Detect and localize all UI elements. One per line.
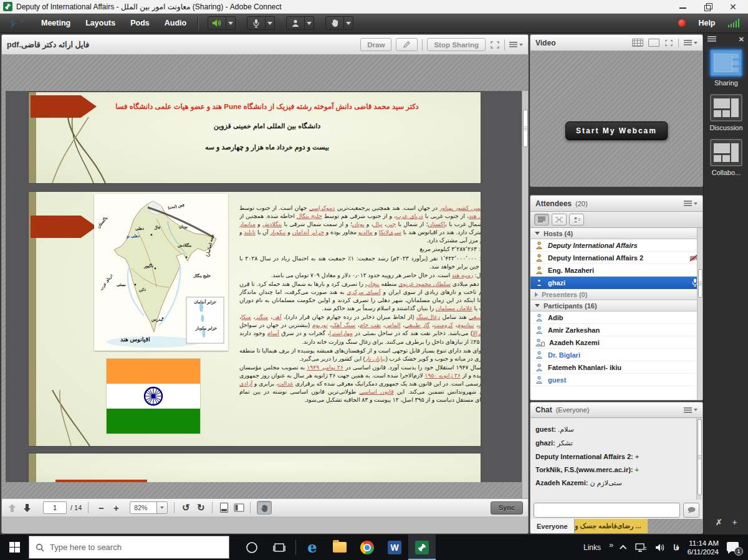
previous-page-button[interactable] (4, 501, 19, 515)
chat-send-button[interactable] (683, 503, 699, 518)
slide-1: دکتر سید محمد قاضی دانش آموخته رشته فیزی… (29, 92, 481, 183)
microphone-button[interactable] (247, 16, 266, 30)
chat-message-input[interactable] (534, 503, 680, 518)
pencil-icon (403, 40, 411, 49)
chrome-taskbar-button[interactable] (353, 534, 381, 560)
raise-hand-dropdown[interactable] (344, 16, 353, 30)
microphone-dropdown[interactable] (266, 16, 275, 30)
chat-scrollbar[interactable] (696, 418, 702, 500)
start-button[interactable] (0, 534, 29, 560)
attendees-pod-menu-button[interactable] (684, 201, 698, 206)
chat-scrollbar-thumb[interactable] (698, 419, 702, 495)
links-overflow-icon[interactable]: » (609, 540, 613, 549)
video-filmstrip-view-icon[interactable] (648, 39, 659, 47)
network-icon[interactable] (635, 543, 647, 553)
menu-meeting[interactable]: Meeting (34, 19, 78, 27)
attendee-status-view-button[interactable] (569, 214, 584, 225)
annotation-pencil-button[interactable] (396, 38, 418, 51)
video-pod-menu-button[interactable] (684, 40, 698, 45)
chat-tab-everyone[interactable]: Everyone (530, 519, 575, 533)
dock-close-icon[interactable]: ✕ (739, 36, 744, 44)
show-hidden-icons-button[interactable] (620, 544, 626, 551)
zoom-in-button[interactable]: + (108, 501, 123, 515)
map-label: بنگلادش (178, 243, 191, 248)
pdf-viewer[interactable]: دکتر سید محمد قاضی دانش آموخته رشته فیزی… (6, 91, 523, 482)
sync-button[interactable]: Sync (491, 501, 523, 515)
attendee-row-participant[interactable]: Adib (530, 311, 702, 324)
attendee-row-participant[interactable]: guest (530, 374, 702, 386)
connection-status-icon[interactable] (728, 19, 740, 27)
share-pod-menu-button[interactable] (509, 42, 523, 47)
layout-discussion-thumbnail[interactable] (710, 94, 742, 121)
pan-tool-button[interactable] (257, 501, 272, 515)
start-webcam-button[interactable]: Start My Webcam (565, 121, 668, 140)
chat-pod-menu-button[interactable] (684, 407, 698, 413)
webcam-dropdown[interactable] (305, 16, 314, 30)
pdf-scrollbar[interactable] (522, 91, 528, 516)
webcam-button[interactable] (286, 16, 305, 30)
breakout-view-button[interactable] (552, 214, 567, 225)
layout-sharing-thumbnail[interactable] (710, 49, 742, 77)
file-explorer-taskbar-button[interactable] (326, 534, 353, 560)
layout-options-icon[interactable]: ✗ (716, 518, 722, 527)
video-grid-view-icon[interactable] (632, 39, 643, 47)
page-number-input[interactable] (43, 501, 67, 514)
taskbar-clock[interactable]: 11:14 AM 6/11/2024 (688, 539, 719, 556)
attendee-row-participant[interactable]: Azadeh Kazemi (530, 336, 702, 349)
participants-section-header[interactable]: Participants (16) (530, 300, 702, 311)
attendees-scrollbar[interactable] (697, 228, 702, 400)
attendees-scrollbar-thumb[interactable] (698, 269, 702, 298)
word-taskbar-button[interactable]: W (381, 534, 408, 560)
attendee-row-host[interactable]: Deputy International Affairs (530, 239, 702, 252)
rotate-right-button[interactable]: ↻ (193, 501, 208, 515)
volume-icon[interactable] (655, 543, 665, 552)
menu-pods[interactable]: Pods (123, 19, 157, 27)
zoom-level-select[interactable]: 82% (130, 501, 168, 514)
stop-sharing-button[interactable]: Stop Sharing (427, 38, 486, 51)
attendees-pod-header: Attendees (20) (530, 196, 702, 212)
presenters-section-header[interactable]: Presenters (0) (530, 289, 702, 300)
menu-layouts[interactable]: Layouts (78, 19, 123, 27)
draw-button[interactable]: Draw (360, 38, 391, 51)
next-page-button[interactable] (19, 501, 34, 515)
video-fullscreen-icon[interactable] (664, 39, 673, 47)
rotate-left-button[interactable]: ↺ (178, 501, 193, 515)
chat-scope: (Everyone) (556, 406, 590, 414)
expand-icon (535, 292, 538, 297)
links-toolbar[interactable]: Links (583, 543, 601, 552)
help-menu[interactable]: Help (698, 19, 715, 27)
restore-button[interactable] (704, 3, 712, 11)
zoom-dropdown-button[interactable] (156, 502, 167, 513)
zoom-out-button[interactable]: − (94, 501, 108, 515)
attendee-row-host-selected[interactable]: ghazi (530, 277, 702, 289)
edge-taskbar-button[interactable]: e (299, 534, 326, 560)
add-layout-icon[interactable]: + (732, 518, 737, 527)
participant-icon (535, 313, 544, 322)
attendee-list-view-button[interactable] (534, 214, 549, 225)
pdf-scrollbar-thumb[interactable] (523, 110, 528, 147)
minimize-button[interactable] (679, 3, 687, 11)
layout-collaboration-thumbnail[interactable] (710, 139, 742, 166)
attendee-row-participant[interactable]: Fatemeh Khanlari- ikiu (530, 361, 702, 374)
speaker-button[interactable] (208, 16, 226, 30)
attendee-row-host[interactable]: Deputy International Affairs 2 (530, 252, 702, 264)
language-indicator[interactable]: فا (673, 543, 679, 552)
adobe-connect-taskbar-button[interactable] (408, 534, 436, 560)
action-center-button[interactable]: 1 (727, 542, 741, 553)
speaker-dropdown[interactable] (226, 16, 236, 30)
attendee-row-participant[interactable]: Amir Zarkeshan (530, 324, 702, 336)
fullscreen-button[interactable] (490, 40, 500, 49)
chat-tab-private[interactable]: ... رضای‌فاطمه جسک و غل (575, 519, 648, 533)
fit-page-button[interactable] (216, 501, 231, 515)
task-view-button[interactable] (266, 534, 293, 560)
attendee-row-participant[interactable]: Dr. Biglari (530, 349, 702, 361)
cortana-button[interactable] (238, 534, 266, 560)
hosts-section-header[interactable]: Hosts (4) (530, 228, 702, 239)
dock-menu-icon[interactable] (707, 36, 716, 42)
taskbar-search[interactable]: Type here to search (29, 536, 229, 559)
raise-hand-button[interactable] (325, 16, 344, 30)
menu-audio[interactable]: Audio (157, 19, 194, 27)
attendee-row-host[interactable]: Eng. Mazaheri (530, 264, 702, 277)
close-button[interactable]: ✕ (729, 3, 737, 11)
fit-width-button[interactable] (231, 501, 246, 515)
